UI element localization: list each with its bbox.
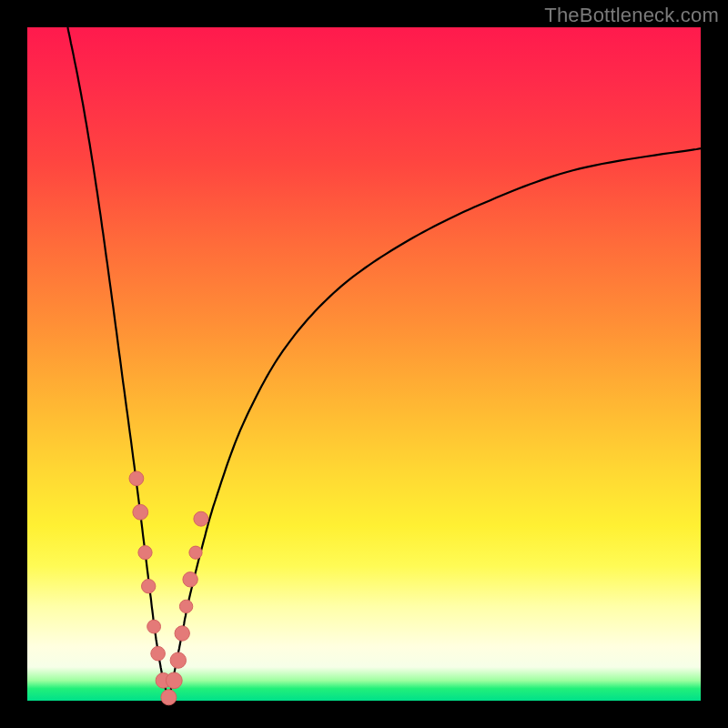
- chart-frame: TheBottleneck.com: [0, 0, 728, 728]
- sample-dot: [179, 600, 192, 612]
- sample-dot: [147, 620, 161, 633]
- sample-dot: [151, 646, 166, 661]
- sample-dot: [133, 504, 148, 520]
- sample-dot: [170, 652, 186, 668]
- sample-dot: [138, 546, 152, 560]
- sample-dot: [194, 511, 208, 526]
- sample-dot: [142, 580, 156, 593]
- sample-dot: [175, 626, 189, 641]
- sample-dot: [189, 546, 202, 559]
- sample-dot: [161, 690, 177, 705]
- curve-layer: [27, 27, 701, 701]
- bottleneck-curve-right: [168, 148, 701, 701]
- sample-dot: [183, 572, 197, 587]
- watermark-text: TheBottleneck.com: [544, 4, 719, 27]
- bottleneck-curve-left: [67, 27, 168, 701]
- sample-dot: [166, 672, 182, 689]
- sample-dot: [129, 471, 144, 486]
- sample-dots: [129, 471, 208, 705]
- plot-area: [27, 27, 701, 701]
